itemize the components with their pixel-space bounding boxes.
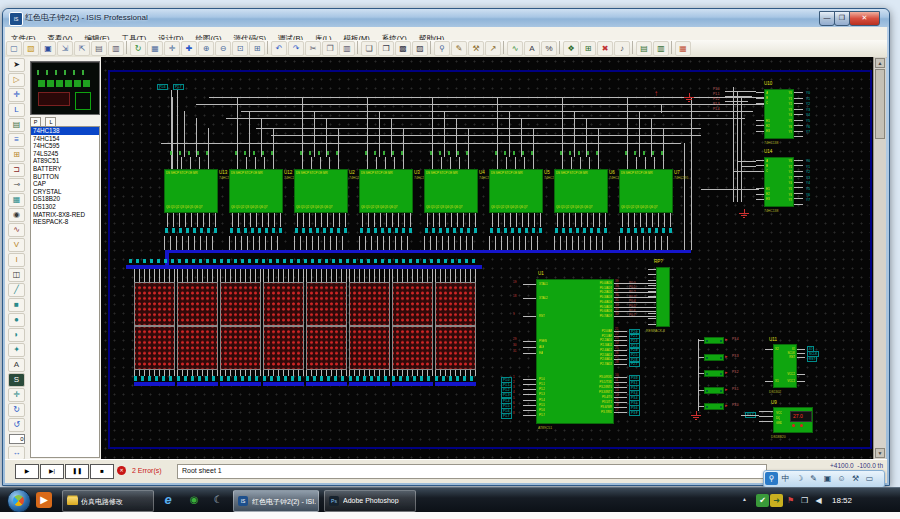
make-device-icon[interactable]: ✎	[451, 41, 467, 56]
led-matrix-module[interactable]	[306, 326, 347, 370]
led-matrix-module[interactable]	[134, 326, 175, 370]
property-assignment-icon[interactable]: %	[541, 41, 557, 56]
temp-sensor-U9[interactable]: VCCDQGND27.0	[773, 407, 813, 433]
new-file-icon[interactable]: ▢	[6, 41, 22, 56]
ime-chinese-mode-icon[interactable]: 中	[779, 472, 792, 485]
netlist-to-ares-icon[interactable]: ▦	[675, 41, 691, 56]
led-matrix-module[interactable]	[263, 326, 304, 370]
copy-icon[interactable]: ❐	[322, 41, 338, 56]
push-button[interactable]	[704, 403, 724, 410]
rotation-angle-input[interactable]: 0	[9, 434, 25, 444]
led-matrix-module[interactable]	[435, 282, 476, 326]
goto-sheet-icon[interactable]: ♪	[614, 41, 630, 56]
origin-icon[interactable]: ✛	[164, 41, 180, 56]
packaging-tool-icon[interactable]: ⚒	[468, 41, 484, 56]
minimize-button[interactable]: —	[819, 11, 835, 26]
design-explorer-icon[interactable]: ❖	[563, 41, 579, 56]
zoom-out-icon[interactable]: ⊖	[215, 41, 231, 56]
block-copy-icon[interactable]: ❏	[361, 41, 377, 56]
block-move-icon[interactable]: ❒	[378, 41, 394, 56]
scroll-up-icon[interactable]: ▲	[875, 58, 885, 68]
open-file-icon[interactable]: ▧	[23, 41, 39, 56]
subcircuit-mode-icon[interactable]: ⊞	[8, 148, 25, 162]
zoom-area-icon[interactable]: ⊞	[249, 41, 265, 56]
ime-language-bar[interactable]: ⚲中☽✎▣☺⚒▭	[763, 470, 885, 488]
paste-icon[interactable]: ▥	[339, 41, 355, 56]
close-button[interactable]: ✕	[849, 11, 880, 26]
led-matrix-module[interactable]	[392, 326, 433, 370]
scroll-down-icon[interactable]: ▼	[875, 448, 885, 458]
error-count[interactable]: 2 Error(s)	[132, 467, 162, 474]
volume-icon[interactable]: ◀	[812, 494, 825, 507]
device-item-74HC154[interactable]: 74HC154	[31, 135, 99, 143]
graph-mode-icon[interactable]: ▦	[8, 193, 25, 207]
redo-icon[interactable]: ↷	[288, 41, 304, 56]
schematic-canvas[interactable]: P1.6P1.7↑DS SHCP STCP OE MRQ0 Q1 Q2 Q3 Q…	[101, 57, 873, 459]
dark-app-icon[interactable]: ☾	[210, 492, 226, 508]
push-button[interactable]	[704, 387, 724, 394]
tape-recorder-mode-icon[interactable]: ◉	[8, 208, 25, 222]
2d-circle-mode-icon[interactable]: ●	[8, 313, 25, 327]
led-matrix-module[interactable]	[306, 282, 347, 326]
security-shield-icon[interactable]: ✔	[756, 494, 769, 507]
save-file-icon[interactable]: ▣	[40, 41, 56, 56]
scrollbar-thumb[interactable]	[875, 69, 885, 139]
component-mode-icon[interactable]: ▷	[8, 73, 25, 87]
mark-print-area-icon[interactable]: ▥	[108, 41, 124, 56]
device-item-DS1302[interactable]: DS1302	[31, 203, 99, 211]
voltage-probe-mode-icon[interactable]: V	[8, 238, 25, 252]
ime-halfmoon-icon[interactable]: ☽	[793, 472, 806, 485]
mirror-horizontal-icon[interactable]: ↔	[8, 446, 25, 460]
text-script-mode-icon[interactable]: ▤	[8, 118, 25, 132]
taskbar-task-isis[interactable]: IS红色电子钟2(2) - ISI...	[233, 490, 319, 512]
start-button[interactable]	[7, 489, 31, 513]
device-item-74HC595[interactable]: 74HC595	[31, 142, 99, 150]
2d-symbol-mode-icon[interactable]: S	[8, 373, 25, 387]
led-matrix-module[interactable]	[220, 282, 261, 326]
2d-line-mode-icon[interactable]: ╱	[8, 283, 25, 297]
led-matrix-module[interactable]	[435, 326, 476, 370]
ime-tools-icon[interactable]: ⚒	[849, 472, 862, 485]
respack[interactable]	[656, 267, 670, 327]
ime-user-icon[interactable]: ☺	[835, 472, 848, 485]
device-item-BATTERY[interactable]: BATTERY	[31, 165, 99, 173]
led-matrix-module[interactable]	[349, 282, 390, 326]
import-file-icon[interactable]: ⇲	[57, 41, 73, 56]
bill-of-materials-icon[interactable]: ▤	[636, 41, 652, 56]
device-item-DS18B20[interactable]: DS18B20	[31, 195, 99, 203]
ime-pen-icon[interactable]: ✎	[807, 472, 820, 485]
ie-browser-icon[interactable]: e	[160, 492, 176, 508]
rotate-clockwise-icon[interactable]: ↻	[8, 403, 25, 417]
wire-label-mode-icon[interactable]: L	[8, 103, 25, 117]
2d-box-mode-icon[interactable]: ■	[8, 298, 25, 312]
action-center-flag-icon[interactable]: ⚑	[784, 494, 797, 507]
error-icon[interactable]: ✕	[117, 466, 126, 475]
taskbar-task-folder[interactable]: 仿真电路修改	[62, 490, 154, 512]
device-item-CAP[interactable]: CAP	[31, 180, 99, 188]
taskbar-clock[interactable]: 18:52	[832, 496, 852, 505]
title-bar[interactable]: IS 红色电子钟2(2) - ISIS Professional — ❐ ✕	[3, 9, 889, 27]
step-button[interactable]: ▶|	[40, 464, 64, 479]
vertical-scrollbar[interactable]: ▲ ▼	[873, 57, 886, 459]
terminal-mode-icon[interactable]: ⊐	[8, 163, 25, 177]
cut-icon[interactable]: ✂	[305, 41, 321, 56]
current-probe-mode-icon[interactable]: I	[8, 253, 25, 267]
2d-path-mode-icon[interactable]: ✦	[8, 343, 25, 357]
media-player-icon[interactable]: ▶	[36, 492, 52, 508]
block-rotate-icon[interactable]: ▩	[395, 41, 411, 56]
led-matrix-module[interactable]	[263, 282, 304, 326]
zoom-in-icon[interactable]: ⊕	[198, 41, 214, 56]
led-matrix-module[interactable]	[177, 282, 218, 326]
device-item-AT89C51[interactable]: AT89C51	[31, 157, 99, 165]
led-matrix-module[interactable]	[134, 282, 175, 326]
led-matrix-module[interactable]	[392, 282, 433, 326]
device-item-MATRIX-8X8-RED[interactable]: MATRIX-8X8-RED	[31, 211, 99, 219]
pause-button[interactable]: ❚❚	[65, 464, 89, 479]
device-item-74LS245[interactable]: 74LS245	[31, 150, 99, 158]
led-matrix-module[interactable]	[349, 326, 390, 370]
decompose-icon[interactable]: ↗	[485, 41, 501, 56]
updater-icon[interactable]: ➜	[770, 494, 783, 507]
toggle-grid-icon[interactable]: ▦	[147, 41, 163, 56]
print-icon[interactable]: ▤	[91, 41, 107, 56]
new-sheet-icon[interactable]: ⊞	[580, 41, 596, 56]
